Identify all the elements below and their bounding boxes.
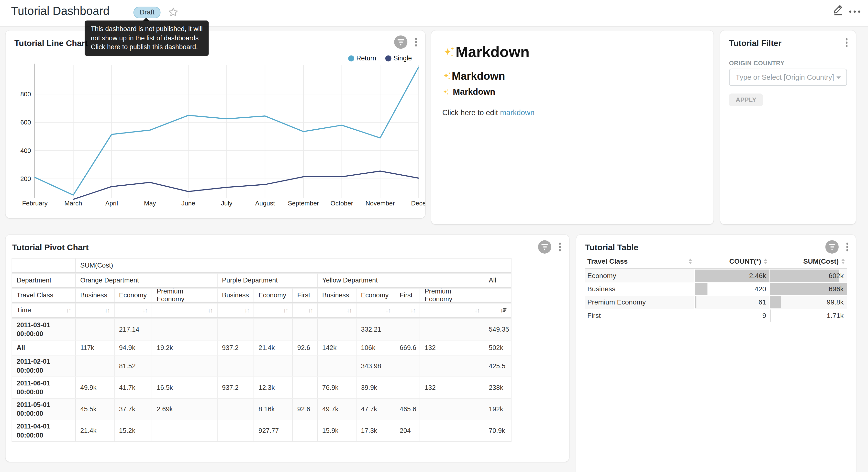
pivot-value-cell (254, 355, 293, 376)
pivot-measure-row: SUM(Cost) (12, 259, 511, 272)
pivot-value-cell: 343.98 (356, 355, 395, 376)
sort-icon[interactable] (841, 259, 845, 264)
pivot-value-cell: 937.2 (218, 341, 254, 355)
count-bar (695, 283, 707, 295)
count-value: 61 (758, 298, 766, 306)
draft-tooltip: This dashboard is not published, it will… (85, 21, 209, 56)
sort-arrow: ↓ (500, 307, 503, 313)
pivot-value-cell: 15.9k (318, 420, 356, 441)
pivot-value-cell (420, 319, 484, 340)
markdown-h1: Markdown (442, 44, 530, 61)
markdown-panel: Markdown Markdown Markdown Click here to… (431, 31, 714, 224)
pivot-sort-cell: ↓↑ (318, 303, 356, 317)
travel-class-cell: Economy (585, 269, 694, 282)
markdown-h1-text: Markdown (456, 44, 529, 61)
pivot-value-cell: 21.4k (76, 420, 115, 441)
favorite-star-icon[interactable] (168, 7, 178, 17)
sort-icon[interactable]: ↓↑ (66, 307, 71, 313)
pivot-value-cell: 927.77 (254, 420, 293, 441)
pivot-value-cell (218, 399, 254, 420)
markdown-h2: Markdown (442, 70, 505, 82)
sort-descending-icon[interactable]: ↓ (500, 307, 507, 313)
pivot-header-divider (12, 302, 511, 303)
column-header-count[interactable]: COUNT(*) (694, 255, 770, 268)
sort-icon[interactable]: ↓↑ (105, 307, 110, 313)
count-bar (695, 296, 696, 308)
sort-bars (503, 307, 507, 312)
sort-icon[interactable]: ↓↑ (347, 307, 351, 313)
pivot-value-cell: 37.7k (115, 399, 152, 420)
sort-down-arrow (764, 262, 767, 264)
table-row: First91.71k (585, 309, 847, 322)
status-badge[interactable]: Draft (133, 7, 161, 18)
pivot-value-cell: 425.5 (484, 355, 511, 376)
sort-icon[interactable]: ↓↑ (283, 307, 288, 313)
filter-indicator-icon[interactable] (826, 240, 839, 254)
sum-value: 602k (829, 272, 843, 280)
tooltip-line: This dashboard is not published, it will (91, 25, 203, 33)
pivot-class-header: Economy (115, 289, 152, 302)
sort-icon[interactable]: ↓↑ (385, 307, 390, 313)
pivot-value-cell (420, 399, 484, 420)
kebab-menu-icon[interactable] (844, 37, 849, 48)
pivot-class-label: Travel Class (12, 289, 76, 302)
pivot-department-row: DepartmentOrange DepartmentPurple Depart… (12, 273, 511, 287)
pivot-sort-cell-all: ↓ (484, 303, 511, 317)
legend-item-return[interactable]: Return (348, 54, 376, 62)
filter-indicator-icon[interactable] (538, 240, 551, 254)
pivot-sort-cell: ↓↑ (76, 303, 115, 317)
legend-label: Return (356, 54, 376, 62)
y-axis-tick-label: 400 (20, 147, 31, 154)
pivot-value-cell: 142k (318, 341, 356, 355)
pivot-value-cell: 92.6 (293, 341, 318, 355)
pivot-header-divider (12, 272, 511, 274)
column-header-label: SUM(Cost) (803, 258, 839, 265)
pivot-row-label: 2011-05-01 00:00:00 (12, 399, 76, 420)
sort-icon[interactable]: ↓↑ (208, 307, 213, 313)
pivot-value-cell (152, 355, 218, 376)
origin-country-select[interactable]: Type or Select [Origin Country] (729, 69, 847, 86)
edit-dashboard-icon[interactable] (833, 4, 843, 16)
markdown-edit-link[interactable]: markdown (500, 109, 534, 117)
filter-indicator-icon[interactable] (394, 35, 407, 49)
pivot-row: All117k94.9k19.2k937.221.4k92.6142k106k6… (12, 340, 511, 355)
legend-item-single[interactable]: Single (385, 54, 412, 62)
sort-icon[interactable]: ↓↑ (308, 307, 313, 313)
tooltip-arrow (143, 18, 149, 21)
markdown-h3: Markdown (442, 87, 495, 97)
apply-button[interactable]: APPLY (729, 94, 763, 107)
sort-icon[interactable]: ↓↑ (143, 307, 147, 313)
pivot-header-divider (12, 287, 511, 289)
pivot-value-cell: 192k (484, 399, 511, 420)
pivot-value-cell: 937.2 (218, 377, 254, 398)
sort-icon[interactable]: ↓↑ (245, 307, 249, 313)
pivot-value-cell (293, 420, 318, 441)
markdown-paragraph: Click here to edit markdown (442, 109, 534, 117)
pivot-sort-cell: ↓↑ (420, 303, 484, 317)
series-line-single (73, 171, 418, 199)
sort-down-arrow (688, 262, 692, 264)
kebab-menu-icon[interactable] (414, 36, 418, 47)
filter-panel: Tutorial Filter ORIGIN COUNTRY Type or S… (720, 31, 856, 224)
sort-icon[interactable]: ↓↑ (474, 307, 479, 313)
sort-icon[interactable]: ↓↑ (410, 307, 415, 313)
pivot-measure-header: SUM(Cost) (76, 259, 511, 272)
sort-icon[interactable] (688, 259, 692, 264)
dashboard-root: Tutorial Dashboard Draft This dashboard … (0, 0, 868, 472)
pivot-sort-cell: ↓↑ (395, 303, 420, 317)
pivot-value-cell: 465.6 (395, 399, 420, 420)
column-header-travel-class[interactable]: Travel Class (585, 255, 694, 268)
column-header-sum-cost[interactable]: SUM(Cost) (770, 255, 847, 268)
pivot-sort-cell: ↓↑ (293, 303, 318, 317)
more-options-icon[interactable] (849, 10, 860, 13)
pivot-row: 2011-06-01 00:00:0049.9k41.7k16.5k937.21… (12, 377, 511, 398)
kebab-menu-icon[interactable] (845, 241, 849, 252)
count-cell: 9 (694, 309, 770, 322)
pivot-value-cell: 19.2k (152, 341, 218, 355)
kebab-menu-icon[interactable] (558, 241, 562, 252)
pivot-value-cell: 332.21 (356, 319, 395, 340)
pivot-value-cell: 49.7k (318, 399, 356, 420)
pivot-class-header: First (293, 289, 318, 302)
sort-icon[interactable] (764, 259, 767, 264)
pivot-department-header: Purple Department (218, 273, 318, 287)
